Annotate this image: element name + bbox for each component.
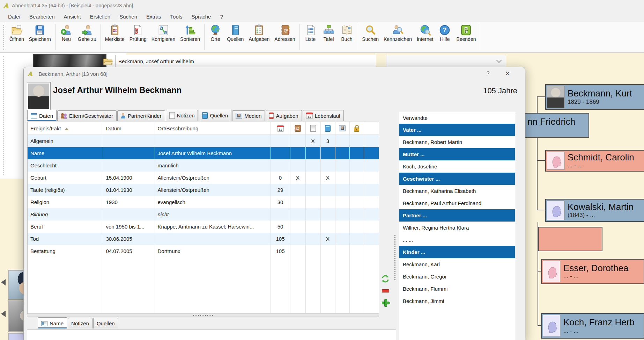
relatives-person-item[interactable]: ... ... [399, 234, 515, 246]
cell-sources[interactable] [320, 159, 335, 172]
cell-media[interactable] [335, 184, 349, 196]
tab-medien[interactable]: Medien [232, 110, 265, 121]
cell-datum[interactable] [103, 208, 155, 220]
tab-quellen[interactable]: Quellen [199, 110, 231, 121]
cell-media[interactable] [335, 245, 349, 257]
cell-notes[interactable] [305, 159, 320, 172]
cell-ort[interactable] [155, 135, 271, 147]
cell-datum[interactable]: 01.04.1930 [103, 184, 155, 196]
column-header-sources[interactable] [320, 122, 335, 135]
cell-sources[interactable] [320, 245, 335, 257]
menu-item[interactable]: Bearbeiten [25, 12, 59, 21]
exit-button[interactable]: Beenden [454, 22, 478, 52]
menu-item[interactable]: Tools [166, 12, 187, 21]
relatives-person-item[interactable]: Beckmann, Paul Arthur Ferdinand [399, 197, 515, 209]
cell-ort[interactable]: Allenstein/Ostpreußen [155, 184, 271, 196]
cell-notes[interactable] [305, 233, 320, 245]
help-button[interactable]: ? Hilfe [436, 22, 454, 52]
cell-notes[interactable] [305, 220, 320, 233]
tree-box-friedrich[interactable]: nn Friedrich [524, 113, 589, 138]
table-row[interactable]: Allgemein X 3 [28, 135, 379, 147]
table-row[interactable]: Tod 30.06.2005 105 X [28, 233, 379, 245]
cell-sources[interactable] [320, 147, 335, 159]
watchlist-button[interactable]: Merkliste [103, 22, 127, 52]
panel-splitter-grip[interactable] [3, 56, 4, 175]
places-button[interactable]: Orte [206, 22, 224, 52]
flag-search-button[interactable]: Kennzeichen [381, 22, 414, 52]
cell-age[interactable]: 29 [271, 184, 290, 196]
cell-notes[interactable] [305, 196, 320, 208]
tab-partner-kinder[interactable]: Partner/Kinder [117, 110, 165, 121]
correct-button[interactable]: ba Korrigieren [149, 22, 178, 52]
tab-daten[interactable]: Daten [27, 110, 57, 121]
cell-lock[interactable] [349, 220, 364, 233]
cell-lock[interactable] [349, 172, 364, 184]
sort-button[interactable]: Sortieren [178, 22, 202, 52]
save-button[interactable]: Speichern [27, 22, 53, 52]
tasks-button[interactable]: Aufgaben [246, 22, 272, 52]
nav-arrow-left-icon[interactable] [1, 311, 6, 317]
cell-age[interactable] [271, 135, 290, 147]
cell-lock[interactable] [349, 196, 364, 208]
search-button[interactable]: Suchen [360, 22, 381, 52]
cell-sources[interactable]: 3 [320, 135, 335, 147]
cell-age[interactable] [271, 147, 290, 159]
cell-address[interactable]: X [290, 172, 305, 184]
cell-ort[interactable]: Allenstein/Ostpreußen [155, 172, 271, 184]
cell-age[interactable]: 50 [271, 220, 290, 233]
cell-ereignis[interactable]: Geburt [28, 172, 103, 184]
tree-box-union[interactable] [538, 227, 602, 251]
secondary-combobox[interactable] [386, 55, 506, 67]
relatives-group-header[interactable]: Vater ... [399, 124, 515, 136]
cell-media[interactable] [335, 208, 349, 220]
table-row[interactable]: Religion 1930 evangelisch 30 [28, 196, 379, 208]
menu-item[interactable]: Ansicht [59, 12, 86, 21]
relatives-group-header[interactable]: Mutter ... [399, 148, 515, 160]
cell-media[interactable] [335, 147, 349, 159]
cell-age[interactable] [271, 159, 290, 172]
cell-sources[interactable]: X [320, 172, 335, 184]
cell-datum[interactable]: von 1950 bis 1... [103, 220, 155, 233]
tab-aufgaben[interactable]: Aufgaben [266, 110, 302, 121]
cell-sources[interactable]: X [320, 233, 335, 245]
cell-lock[interactable] [349, 135, 364, 147]
person-combobox[interactable] [115, 55, 376, 68]
table-row[interactable]: Bestattung 04.07.2005 Dortmunx 105 [28, 245, 379, 257]
tab-notizen[interactable]: Notizen [166, 110, 198, 121]
cell-media[interactable] [335, 159, 349, 172]
cell-address[interactable] [290, 196, 305, 208]
cell-ereignis[interactable]: Geschlecht [28, 159, 103, 172]
cell-ereignis[interactable]: Tod [28, 233, 103, 245]
cell-lock[interactable] [349, 245, 364, 257]
cell-age[interactable]: 105 [271, 233, 290, 245]
cell-address[interactable] [290, 220, 305, 233]
tree-box-schmidt-carolin[interactable]: Schmidt, Carolin ... - ... [545, 150, 644, 172]
menu-item[interactable]: ? [215, 12, 227, 21]
column-header-ort[interactable]: Ort/Beschreibung [155, 122, 271, 135]
cell-lock[interactable] [349, 159, 364, 172]
bottom-tab-quellen[interactable]: Quellen [93, 318, 118, 328]
cell-lock[interactable] [349, 208, 364, 220]
bottom-tab-notizen[interactable]: Notizen [68, 318, 92, 328]
cell-sources[interactable] [320, 220, 335, 233]
table-row[interactable]: Name Josef Arthur Wilhelm Beckmann [28, 147, 379, 159]
cell-ort[interactable]: Knappe, Amtmann zu Kassel; Harsewin... [155, 220, 271, 233]
cell-age[interactable]: 30 [271, 196, 290, 208]
relatives-group-header[interactable]: Partner ... [399, 209, 515, 222]
cell-datum[interactable]: 30.06.2005 [103, 233, 155, 245]
cell-ort[interactable]: evangelisch [155, 196, 271, 208]
table-row[interactable]: Geschlecht männlich [28, 159, 379, 172]
cell-datum[interactable]: 15.04.1900 [103, 172, 155, 184]
cell-notes[interactable] [305, 172, 320, 184]
addresses-button[interactable]: @ Adressen [272, 22, 297, 52]
relatives-person-item[interactable]: Beckmann, Robert Martin [399, 136, 515, 148]
table-row[interactable]: Beruf von 1950 bis 1... Knappe, Amtmann … [28, 220, 379, 233]
relatives-person-item[interactable]: Koch, Josefine [399, 160, 515, 173]
relatives-group-header[interactable]: Kinder ... [399, 246, 515, 258]
menu-item[interactable]: Extras [142, 12, 166, 21]
cell-address[interactable] [290, 233, 305, 245]
cell-address[interactable] [290, 245, 305, 257]
column-header-lock[interactable] [349, 122, 364, 135]
cell-ereignis[interactable]: Allgemein [28, 135, 103, 147]
cell-notes[interactable] [305, 208, 320, 220]
